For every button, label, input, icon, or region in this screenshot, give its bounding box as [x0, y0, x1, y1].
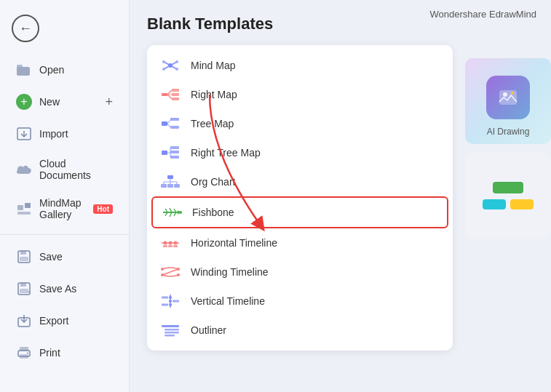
template-mind-map[interactable]: Mind Map: [147, 51, 453, 80]
import-icon: [16, 126, 32, 142]
svg-rect-54: [161, 184, 167, 188]
svg-line-40: [167, 124, 170, 127]
sidebar-item-save-label: Save: [39, 251, 63, 263]
new-icon: +: [16, 94, 32, 110]
print-icon: [16, 345, 32, 361]
horizontal-timeline-icon: [160, 236, 181, 250]
tree-map-icon: [160, 116, 181, 131]
right-map-icon: [160, 87, 181, 102]
svg-point-90: [503, 92, 507, 97]
new-plus-icon: +: [105, 95, 113, 110]
fishbone-icon: [162, 205, 182, 220]
svg-rect-47: [170, 156, 179, 159]
save-as-icon: +: [16, 281, 32, 297]
back-circle-icon[interactable]: ←: [12, 15, 39, 42]
svg-point-79: [169, 300, 172, 303]
svg-point-67: [164, 241, 167, 245]
sidebar-item-cloud-label: Cloud Documents: [39, 158, 113, 181]
org-chart-icon: [160, 175, 181, 189]
svg-rect-46: [170, 151, 179, 153]
template-vertical-timeline-label: Vertical Timeline: [191, 295, 265, 307]
template-winding-timeline[interactable]: Winding Timeline: [147, 257, 453, 287]
svg-rect-31: [172, 89, 179, 92]
sidebar-item-new[interactable]: + New +: [4, 87, 124, 117]
svg-rect-11: [20, 283, 26, 287]
svg-point-69: [174, 241, 178, 245]
svg-line-34: [167, 95, 172, 99]
template-org-chart[interactable]: Org Chart: [147, 167, 453, 196]
right-tree-map-icon: [160, 145, 181, 160]
template-vertical-timeline[interactable]: Vertical Timeline: [147, 287, 453, 316]
svg-rect-45: [170, 146, 179, 149]
sidebar-item-save-as-label: Save As: [39, 283, 76, 295]
template-right-tree-map-label: Right Tree Map: [191, 147, 261, 159]
svg-point-91: [511, 92, 514, 95]
sidebar-item-export[interactable]: Export: [4, 305, 124, 336]
svg-rect-1: [17, 65, 23, 68]
svg-point-74: [177, 268, 180, 271]
svg-rect-89: [499, 90, 517, 105]
tree-child-teal: [483, 199, 506, 209]
svg-line-37: [167, 120, 170, 124]
sidebar-item-save-as[interactable]: + Save As: [4, 273, 124, 304]
template-horizontal-timeline[interactable]: Horizontal Timeline: [147, 228, 453, 257]
tree-template-card[interactable]: [465, 153, 551, 239]
sidebar-item-print[interactable]: Print: [4, 337, 124, 368]
winding-timeline-icon: [160, 265, 181, 279]
template-right-tree-map[interactable]: Right Tree Map: [147, 138, 453, 167]
ai-drawing-card[interactable]: AI Drawing: [465, 58, 551, 144]
vertical-timeline-icon: [160, 294, 181, 308]
template-outliner[interactable]: Outliner: [147, 316, 453, 345]
ai-drawing-icon: [486, 76, 530, 119]
hot-badge: Hot: [93, 204, 113, 214]
svg-rect-6: [17, 212, 31, 215]
svg-rect-36: [162, 121, 167, 126]
sidebar-item-gallery[interactable]: MindMap Gallery Hot: [4, 190, 124, 228]
template-fishbone[interactable]: Fishbone: [151, 196, 448, 228]
svg-rect-81: [162, 297, 168, 299]
sidebar: ← Open + New + Import: [0, 0, 130, 392]
svg-line-30: [167, 90, 172, 95]
svg-point-22: [162, 60, 165, 63]
sidebar-item-export-label: Export: [39, 315, 68, 327]
svg-text:+: +: [28, 289, 31, 295]
template-org-chart-label: Org Chart: [191, 176, 235, 188]
template-right-map[interactable]: Right Map: [147, 80, 453, 109]
svg-point-19: [27, 353, 28, 354]
svg-rect-82: [173, 300, 179, 303]
template-tree-map[interactable]: Tree Map: [147, 109, 453, 138]
save-icon: [16, 249, 32, 265]
back-button[interactable]: ←: [0, 7, 129, 54]
svg-point-65: [179, 211, 182, 214]
template-tree-map-label: Tree Map: [191, 118, 234, 129]
tree-children: [483, 199, 534, 209]
svg-point-24: [162, 68, 165, 71]
svg-point-26: [175, 60, 178, 63]
svg-rect-41: [170, 126, 179, 129]
svg-point-28: [175, 68, 178, 71]
svg-rect-83: [162, 304, 168, 306]
template-mind-map-label: Mind Map: [191, 60, 235, 71]
sidebar-item-new-label: New: [39, 96, 60, 108]
open-icon: [16, 62, 32, 78]
svg-rect-8: [20, 251, 26, 255]
svg-rect-4: [17, 205, 23, 210]
svg-point-76: [177, 273, 180, 276]
template-outliner-label: Outliner: [191, 324, 226, 336]
main-content: Wondershare EdrawMind Blank Templates Mi…: [130, 0, 551, 392]
svg-rect-56: [174, 184, 180, 188]
sidebar-item-open[interactable]: Open: [4, 55, 124, 85]
template-horizontal-timeline-label: Horizontal Timeline: [191, 237, 277, 249]
svg-rect-85: [164, 329, 179, 331]
mind-map-icon: [160, 58, 181, 73]
svg-rect-29: [162, 93, 167, 96]
svg-point-75: [161, 273, 164, 276]
sidebar-item-open-label: Open: [39, 64, 64, 76]
sidebar-item-import[interactable]: Import: [4, 119, 124, 149]
sidebar-item-save[interactable]: Save: [4, 241, 124, 272]
svg-rect-35: [172, 97, 179, 100]
svg-rect-70: [163, 245, 167, 247]
app-title: Wondershare EdrawMind: [430, 9, 536, 20]
svg-point-80: [169, 303, 172, 306]
sidebar-item-cloud[interactable]: Cloud Documents: [4, 151, 124, 188]
